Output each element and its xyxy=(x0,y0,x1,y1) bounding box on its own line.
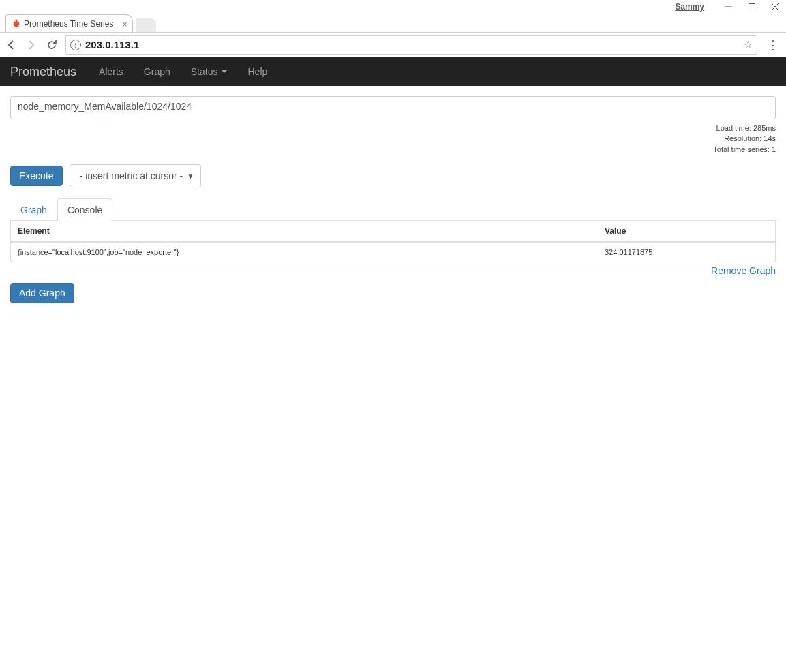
window-titlebar: Sammy xyxy=(0,0,786,14)
maximize-icon[interactable] xyxy=(748,3,756,11)
brand[interactable]: Prometheus xyxy=(10,65,76,79)
metric-select-label: - insert metric at cursor - xyxy=(80,170,183,181)
remove-graph-link[interactable]: Remove Graph xyxy=(711,265,776,276)
browser-tabstrip: Prometheus Time Series × xyxy=(0,14,786,33)
address-bar[interactable]: i ☆ xyxy=(65,35,757,55)
browser-toolbar: i ☆ ⋮ xyxy=(0,33,786,57)
stat-total-series: Total time series: 1 xyxy=(10,144,776,155)
reload-icon[interactable] xyxy=(45,38,59,52)
expr-suffix: /1024/1024 xyxy=(144,101,192,112)
tab-graph[interactable]: Graph xyxy=(10,198,57,221)
result-tabs: Graph Console xyxy=(10,198,776,221)
controls-row: Execute - insert metric at cursor - xyxy=(10,164,776,187)
cell-value: 324.01171875 xyxy=(598,242,775,262)
chevron-down-icon xyxy=(222,70,227,73)
prometheus-favicon-icon xyxy=(12,19,21,29)
col-element: Element xyxy=(11,221,598,242)
query-stats: Load time: 285ms Resolution: 14s Total t… xyxy=(10,123,776,155)
table-row: {instance="localhost:9100",job="node_exp… xyxy=(11,242,775,262)
browser-tab-title: Prometheus Time Series xyxy=(24,19,113,29)
stat-load-time: Load time: 285ms xyxy=(10,123,776,134)
col-value: Value xyxy=(598,221,775,242)
expr-prefix: node_memory_ xyxy=(18,101,84,112)
tab-console[interactable]: Console xyxy=(57,198,112,221)
expr-mid: MemAvailable xyxy=(84,101,144,112)
back-icon[interactable] xyxy=(4,38,18,52)
metric-select[interactable]: - insert metric at cursor - xyxy=(70,164,202,187)
tab-close-icon[interactable]: × xyxy=(122,20,127,29)
app-navbar: Prometheus Alerts Graph Status Help xyxy=(0,57,786,86)
nav-graph[interactable]: Graph xyxy=(134,57,181,86)
nav-status-label: Status xyxy=(191,66,218,77)
window-user: Sammy xyxy=(675,2,704,12)
add-graph-button[interactable]: Add Graph xyxy=(10,283,74,303)
results-table: Element Value {instance="localhost:9100"… xyxy=(11,221,775,262)
nav-status[interactable]: Status xyxy=(181,57,238,86)
panel-footer: Remove Graph xyxy=(10,265,776,276)
stat-resolution: Resolution: 14s xyxy=(10,134,776,144)
nav-help[interactable]: Help xyxy=(237,57,277,86)
site-info-icon[interactable]: i xyxy=(70,40,81,50)
bookmark-star-icon[interactable]: ☆ xyxy=(743,38,753,51)
expression-input[interactable]: node_memory_MemAvailable/1024/1024 xyxy=(10,96,776,119)
close-icon[interactable] xyxy=(771,3,779,11)
new-tab-button[interactable] xyxy=(136,18,156,32)
nav-alerts[interactable]: Alerts xyxy=(89,57,134,86)
forward-icon[interactable] xyxy=(25,38,38,52)
cell-element: {instance="localhost:9100",job="node_exp… xyxy=(11,242,598,262)
console-panel: Element Value {instance="localhost:9100"… xyxy=(10,221,776,262)
browser-menu-icon[interactable]: ⋮ xyxy=(764,37,782,52)
url-input[interactable] xyxy=(85,39,739,50)
minimize-icon[interactable] xyxy=(725,3,733,11)
svg-rect-1 xyxy=(749,4,755,10)
browser-tab[interactable]: Prometheus Time Series × xyxy=(5,14,133,32)
execute-button[interactable]: Execute xyxy=(10,166,63,186)
